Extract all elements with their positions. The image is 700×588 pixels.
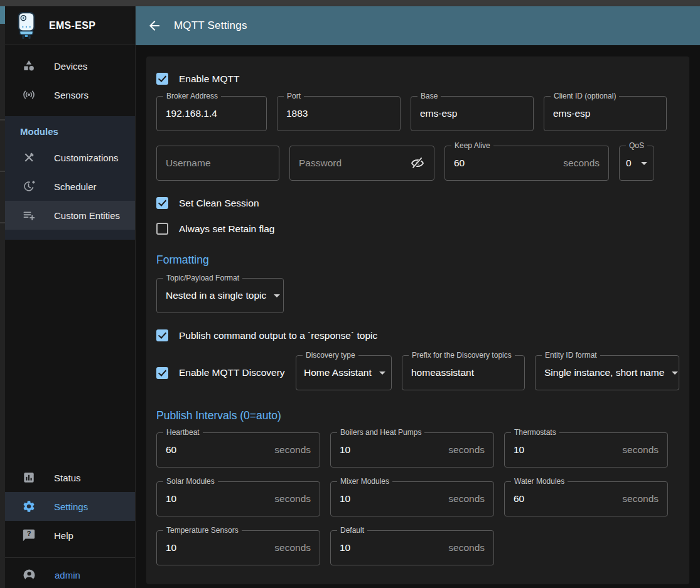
username-field [156,146,279,181]
solar-modules-input[interactable] [166,493,269,505]
client-id-label: Client ID (optional) [551,92,619,100]
sidebar-item-settings[interactable]: Settings [5,492,135,521]
default-interval-input[interactable] [340,542,443,553]
entity-format-select[interactable]: Entity ID format Single instance, short … [535,355,679,390]
sidebar-user[interactable]: admin [5,558,135,588]
window-top-edge [0,0,700,6]
sidebar-item-scheduler[interactable]: Scheduler [5,172,135,201]
sidebar-modules-section: Modules Customizations Scheduler [5,116,135,240]
more-time-icon [22,179,36,193]
chevron-down-icon [379,372,385,375]
mqtt-discovery-checkbox[interactable] [156,367,168,379]
account-circle-icon [22,568,36,582]
sidebar-item-label: Settings [54,501,88,512]
qos-label: QoS [626,141,647,150]
chevron-down-icon [274,294,280,297]
sidebar-header: EMS-ESP [5,6,135,45]
retain-flag-label: Always set Retain flag [179,223,275,235]
sidebar-item-status[interactable]: Status [5,463,135,492]
chevron-down-icon [672,372,678,375]
discovery-type-value: Home Assistant [304,367,372,378]
discovery-prefix-input[interactable] [411,367,515,378]
boilers-field: Boilers and Heat Pumps seconds [330,432,494,468]
water-modules-input[interactable] [514,493,617,505]
sidebar-main-nav: Devices Sensors [5,45,135,109]
temperature-sensors-input[interactable] [166,542,269,553]
visibility-off-icon[interactable] [410,156,425,171]
keep-alive-label: Keep Alive [451,141,493,150]
entity-format-value: Single instance, short name [544,367,664,378]
qos-value: 0 [626,158,632,169]
broker-address-label: Broker Address [163,92,221,100]
heartbeat-input[interactable] [166,444,269,456]
sidebar-item-custom-entities[interactable]: Custom Entities [5,201,135,230]
clean-session-row: Set Clean Session [156,197,679,209]
port-label: Port [284,92,304,100]
port-input[interactable] [286,108,391,119]
discovery-type-select[interactable]: Discovery type Home Assistant [296,355,392,390]
publish-intervals-heading: Publish Intervals (0=auto) [156,409,679,422]
water-modules-field: Water Modules seconds [504,481,668,516]
app-brand: EMS-ESP [49,20,95,31]
password-field [289,146,434,181]
broker-address-input[interactable] [166,108,257,119]
thermostats-input[interactable] [514,444,617,456]
sidebar-item-help[interactable]: ? Help [5,521,135,550]
base-label: Base [417,92,441,100]
port-field: Port [277,96,401,131]
modules-section-header: Modules [5,116,135,143]
sidebar-item-label: Status [54,473,81,483]
svg-text:?: ? [27,530,31,537]
discovery-prefix-label: Prefix for the Discovery topics [409,351,515,360]
sidebar-item-label: Help [54,530,73,541]
keep-alive-input[interactable] [454,158,558,169]
publish-intervals-grid: Heartbeat seconds Boilers and Heat Pumps… [156,432,679,565]
enable-mqtt-label: Enable MQTT [179,73,239,85]
back-arrow-icon[interactable] [147,18,162,33]
thermostats-field: Thermostats seconds [504,432,668,468]
sidebar-item-sensors[interactable]: Sensors [5,80,135,109]
boiler-logo-icon [14,11,38,40]
formatting-heading: Formatting [156,254,679,267]
heartbeat-field: Heartbeat seconds [156,432,320,468]
clean-session-label: Set Clean Session [179,198,259,209]
sidebar-item-label: Scheduler [54,181,97,192]
clean-session-checkbox[interactable] [156,197,168,209]
enable-mqtt-checkbox[interactable] [156,73,168,85]
mqtt-settings-card: Enable MQTT Broker Address Port Base [146,56,689,584]
topic-format-select[interactable]: Topic/Payload Format Nested in a single … [156,278,284,313]
playlist-add-icon [22,208,36,222]
retain-flag-checkbox[interactable] [156,223,168,235]
sidebar-item-label: Custom Entities [54,210,120,221]
discovery-type-label: Discovery type [303,351,358,360]
sidebar-item-label: Devices [54,61,87,72]
mqtt-discovery-row: Enable MQTT Discovery [156,367,286,379]
boilers-input[interactable] [340,444,443,456]
sidebar: EMS-ESP Devices Sensors Modules [5,6,136,588]
password-input[interactable] [299,158,410,169]
keep-alive-suffix: seconds [563,158,600,169]
base-field: Base [411,96,534,131]
client-id-input[interactable] [553,108,657,119]
sidebar-item-customizations[interactable]: Customizations [5,143,135,172]
category-icon [22,59,36,73]
default-interval-field: Default seconds [330,530,494,565]
client-id-field: Client ID (optional) [544,96,667,131]
sidebar-bottom-nav: Status Settings ? Help [5,463,135,550]
window-left-edge-accent [0,6,5,24]
username-label: admin [55,570,80,580]
topic-format-label: Topic/Payload Format [163,274,242,282]
sidebar-item-devices[interactable]: Devices [5,51,135,80]
topic-format-value: Nested in a single topic [166,290,266,301]
publish-response-checkbox[interactable] [156,329,168,341]
sidebar-item-label: Customizations [54,152,119,163]
mixer-modules-input[interactable] [340,493,443,505]
username-input[interactable] [166,158,270,169]
gear-icon [22,500,36,513]
qos-select[interactable]: QoS 0 [619,146,654,181]
discovery-prefix-field: Prefix for the Discovery topics [402,355,525,390]
base-input[interactable] [420,108,524,119]
help-bubble-icon: ? [22,528,36,542]
sidebar-item-label: Sensors [54,90,89,100]
keep-alive-field: Keep Alive seconds [444,146,609,181]
